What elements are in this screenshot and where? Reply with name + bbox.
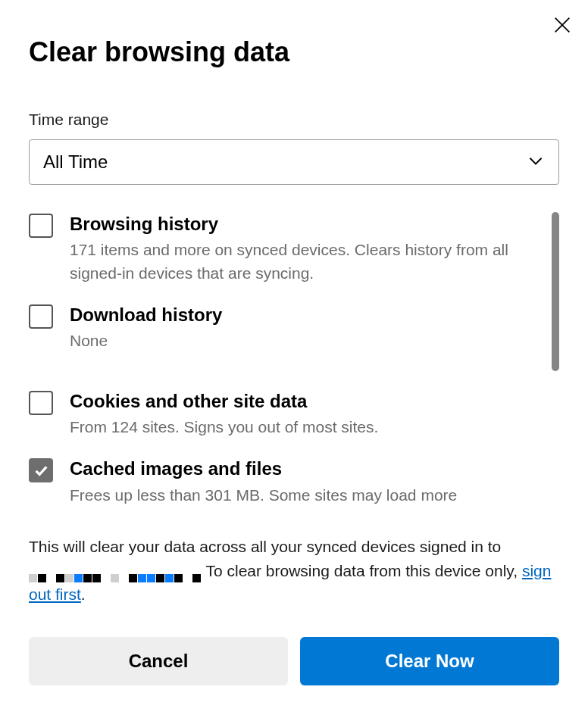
option-title: Cookies and other site data [70,389,536,413]
close-button[interactable] [550,14,574,38]
clear-now-button[interactable]: Clear Now [300,637,559,685]
option-title: Browsing history [70,212,536,236]
option-browsing-history: Browsing history 171 items and more on s… [29,212,536,285]
footer-text-before: This will clear your data across all you… [29,538,501,555]
scrollbar[interactable] [552,212,559,371]
timerange-label: Time range [29,111,559,129]
close-icon [552,14,573,38]
footer-text-after: To clear browsing data from this device … [205,562,521,579]
options-list: Browsing history 171 items and more on s… [29,212,559,523]
option-cookies: Cookies and other site data From 124 sit… [29,389,536,439]
timerange-select[interactable]: All Time [29,139,559,185]
redacted-email [29,565,202,579]
checkbox-cookies[interactable] [29,391,53,415]
option-desc: Frees up less than 301 MB. Some sites ma… [70,484,536,507]
cancel-button[interactable]: Cancel [29,637,288,685]
footer-period: . [81,585,86,603]
dialog-title: Clear browsing data [29,36,559,68]
checkbox-cached[interactable] [29,458,53,482]
option-title: Cached images and files [70,457,536,480]
footer-note: This will clear your data across all you… [29,535,559,607]
option-download-history: Download history None [29,303,536,353]
option-desc: From 124 sites. Signs you out of most si… [70,416,536,439]
option-cached: Cached images and files Frees up less th… [29,457,536,507]
button-row: Cancel Clear Now [29,637,559,685]
checkbox-download-history[interactable] [29,304,53,329]
clear-browsing-data-dialog: Clear browsing data Time range All Time … [0,0,588,718]
option-desc: 171 items and more on synced devices. Cl… [70,239,536,285]
checkbox-browsing-history[interactable] [29,214,53,238]
option-title: Download history [70,303,536,326]
option-desc: None [70,329,536,352]
timerange-value: All Time [43,151,108,173]
